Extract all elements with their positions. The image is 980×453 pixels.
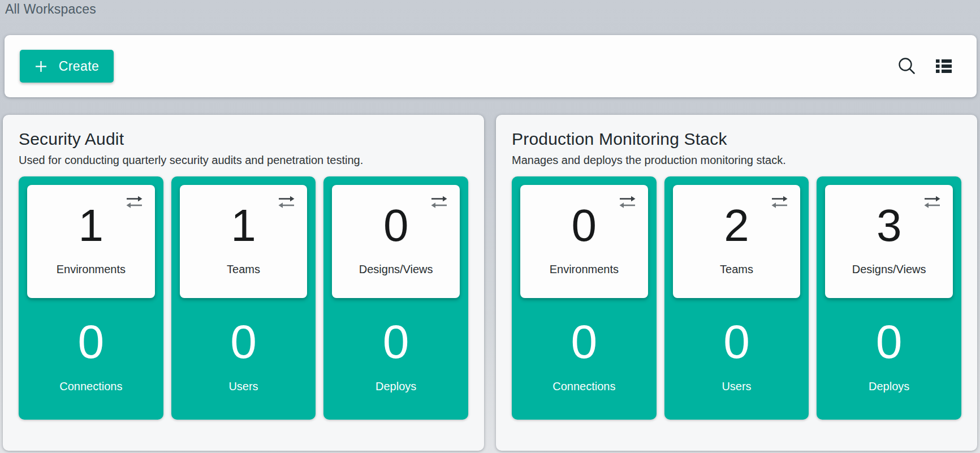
- stat-tile-designs[interactable]: 3 Designs/Views 0 Deploys: [817, 176, 961, 420]
- stat-top-value: 3: [877, 188, 902, 263]
- search-icon: [896, 56, 917, 76]
- stat-bottom-label: Connections: [552, 380, 615, 393]
- stat-tile-teams[interactable]: 2 Teams 0 Users: [664, 176, 809, 420]
- stat-tile-bottom: 0 Deploys: [817, 298, 961, 420]
- stat-top-label: Environments: [57, 263, 126, 276]
- stat-top-value: 0: [572, 188, 597, 263]
- swap-arrows-icon[interactable]: [430, 196, 448, 209]
- stat-tiles: 0 Environments 0 Connections 2: [512, 176, 961, 420]
- swap-arrows-icon[interactable]: [278, 196, 295, 209]
- stat-tile-environments[interactable]: 1 Environments 0 Connections: [19, 176, 163, 420]
- stat-bottom-value: 0: [383, 303, 409, 380]
- workspace-title: Security Audit: [19, 130, 468, 149]
- swap-arrows-icon[interactable]: [771, 196, 788, 209]
- stat-bottom-label: Deploys: [869, 380, 909, 393]
- workspace-description: Manages and deploys the production monit…: [512, 154, 961, 167]
- stat-bottom-value: 0: [571, 303, 597, 380]
- stat-tile-bottom: 0 Connections: [19, 298, 163, 420]
- stat-tile-environments[interactable]: 0 Environments 0 Connections: [512, 176, 657, 420]
- stat-tile-top: 3 Designs/Views: [825, 185, 953, 298]
- stat-bottom-label: Users: [228, 380, 258, 393]
- stat-top-value: 2: [724, 188, 749, 263]
- stat-bottom-value: 0: [876, 303, 903, 380]
- stat-bottom-label: Users: [722, 380, 751, 393]
- page-title: All Workspaces: [5, 2, 96, 17]
- stat-top-label: Teams: [227, 263, 260, 276]
- stat-tile-teams[interactable]: 1 Teams 0 Users: [171, 176, 316, 420]
- swap-arrows-icon[interactable]: [619, 196, 636, 209]
- stat-top-value: 1: [79, 188, 104, 263]
- stat-bottom-value: 0: [77, 303, 104, 380]
- list-view-icon: [934, 58, 954, 75]
- stat-top-label: Teams: [720, 263, 753, 276]
- workspace-card: Production Monitoring Stack Manages and …: [496, 115, 977, 451]
- stat-top-value: 1: [231, 188, 256, 263]
- list-view-button[interactable]: [931, 55, 956, 77]
- toolbar: Create: [5, 35, 977, 97]
- search-button[interactable]: [894, 54, 919, 79]
- stat-top-label: Designs/Views: [852, 263, 926, 276]
- stat-top-value: 0: [383, 188, 409, 263]
- stat-tile-bottom: 0 Users: [171, 298, 316, 420]
- stat-tile-bottom: 0 Users: [664, 298, 809, 420]
- workspace-title: Production Monitoring Stack: [512, 130, 961, 149]
- stat-tile-top: 0 Environments: [520, 185, 648, 298]
- stat-tile-designs[interactable]: 0 Designs/Views 0 Deploys: [323, 176, 468, 420]
- stat-tile-top: 1 Environments: [27, 185, 155, 298]
- stat-bottom-label: Deploys: [375, 380, 416, 393]
- stat-tile-top: 2 Teams: [673, 185, 801, 298]
- stat-bottom-value: 0: [230, 303, 257, 380]
- plus-icon: [34, 60, 48, 73]
- swap-arrows-icon[interactable]: [126, 196, 143, 209]
- stat-bottom-label: Connections: [59, 380, 122, 393]
- stat-tile-bottom: 0 Connections: [512, 298, 657, 420]
- swap-arrows-icon[interactable]: [923, 196, 941, 209]
- workspace-description: Used for conducting quarterly security a…: [19, 154, 468, 167]
- workspace-card: Security Audit Used for conducting quart…: [3, 115, 484, 451]
- stat-tiles: 1 Environments 0 Connections 1: [19, 176, 468, 420]
- stat-top-label: Designs/Views: [359, 263, 433, 276]
- stat-tile-top: 1 Teams: [180, 185, 308, 298]
- stat-top-label: Environments: [550, 263, 619, 276]
- workspace-cards: Security Audit Used for conducting quart…: [3, 115, 977, 451]
- stat-tile-top: 0 Designs/Views: [332, 185, 460, 298]
- stat-bottom-value: 0: [723, 303, 750, 380]
- stat-tile-bottom: 0 Deploys: [323, 298, 468, 420]
- create-button-label: Create: [59, 59, 99, 74]
- create-button[interactable]: Create: [20, 50, 114, 83]
